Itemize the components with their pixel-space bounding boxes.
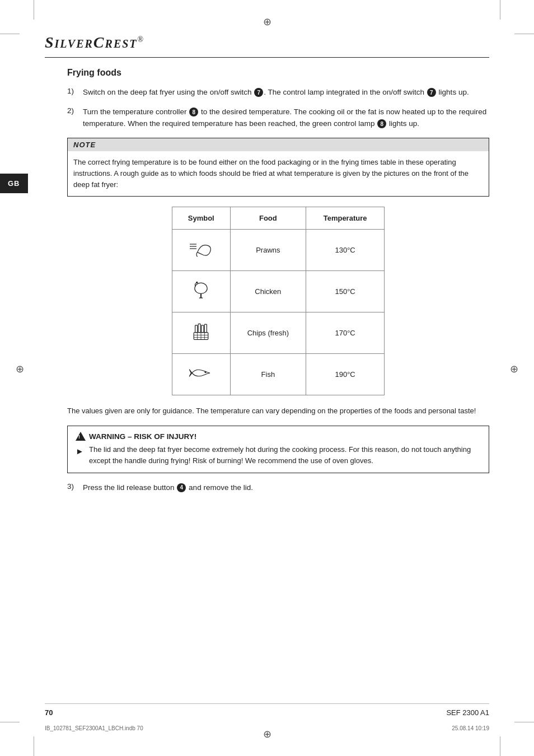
icon-7a: 7 (254, 88, 263, 97)
temp-chips: 170°C (306, 312, 385, 354)
section-heading: Frying foods (67, 68, 489, 78)
print-info-right: 25.08.14 10:19 (452, 725, 489, 731)
step-2: 2) Turn the temperature controller 8 to … (67, 106, 489, 130)
logo-section: SilverCrest® (45, 34, 489, 58)
print-info: IB_102781_SEF2300A1_LBCH.indb 70 25.08.1… (45, 725, 489, 731)
icon-4: 4 (177, 483, 186, 492)
svg-rect-14 (202, 325, 204, 333)
col-symbol: Symbol (172, 207, 231, 230)
icon-8a: 8 (189, 108, 198, 116)
reg-mark-top: ⊕ (263, 16, 271, 28)
footer: 70 SEF 2300 A1 (45, 703, 489, 717)
icon-8b: 8 (377, 119, 386, 128)
warning-header: WARNING – RISK OF INJURY! (76, 432, 481, 441)
step-2-number: 2) (67, 106, 83, 115)
temp-fish: 190°C (306, 354, 385, 395)
print-info-left: IB_102781_SEF2300A1_LBCH.indb 70 (45, 725, 143, 731)
food-prawns: Prawns (230, 230, 306, 271)
warning-item: ► The lid and the deep fat fryer become … (76, 444, 481, 466)
note-body: The correct frying temperature is to be … (68, 151, 489, 196)
symbol-fish (172, 354, 231, 395)
table-row: Chicken 150°C (172, 271, 385, 312)
warning-arrow-icon: ► (76, 445, 85, 458)
col-food: Food (230, 207, 306, 230)
food-fish: Fish (230, 354, 306, 395)
warning-title: WARNING – RISK OF INJURY! (89, 432, 196, 441)
symbol-chicken (172, 271, 231, 312)
col-temp: Temperature (306, 207, 385, 230)
svg-rect-15 (205, 324, 207, 332)
icon-7b: 7 (427, 88, 436, 97)
step-1: 1) Switch on the deep fat fryer using th… (67, 87, 489, 99)
logo: SilverCrest® (45, 34, 144, 51)
svg-point-3 (195, 283, 207, 293)
table-row: Prawns 130°C (172, 230, 385, 271)
note-header: NOTE (68, 138, 489, 151)
symbol-prawns (172, 230, 231, 271)
svg-point-5 (196, 282, 198, 283)
step-2-text: Turn the temperature controller 8 to the… (83, 106, 489, 130)
table-row: Fish 190°C (172, 354, 385, 395)
step-3-number: 3) (67, 482, 83, 491)
symbol-chips (172, 312, 231, 354)
svg-rect-12 (195, 325, 198, 333)
reg-mark-left: ⊕ (16, 363, 24, 375)
svg-point-16 (205, 371, 207, 373)
svg-rect-13 (198, 324, 200, 333)
food-chips: Chips (fresh) (230, 312, 306, 354)
note-box: NOTE The correct frying temperature is t… (67, 138, 489, 197)
guidance-text: The values given are only for guidance. … (67, 405, 489, 417)
step-1-text: Switch on the deep fat fryer using the o… (83, 87, 489, 99)
table-row: Chips (fresh) 170°C (172, 312, 385, 354)
step-1-number: 1) (67, 87, 83, 95)
main-content: Frying foods 1) Switch on the deep fat f… (45, 68, 489, 494)
warning-text: The lid and the deep fat fryer become ex… (89, 444, 481, 466)
gb-badge: GB (0, 174, 28, 193)
step-3-text: Press the lid release button 4 and remov… (83, 482, 489, 494)
temp-chicken: 150°C (306, 271, 385, 312)
warning-box: WARNING – RISK OF INJURY! ► The lid and … (67, 426, 489, 473)
reg-mark-right: ⊕ (510, 363, 518, 375)
food-chicken: Chicken (230, 271, 306, 312)
temp-prawns: 130°C (306, 230, 385, 271)
food-table: Symbol Food Temperature (172, 207, 385, 395)
footer-model: SEF 2300 A1 (446, 708, 489, 717)
warning-triangle-icon (76, 432, 86, 441)
footer-page-number: 70 (45, 708, 53, 717)
step-3: 3) Press the lid release button 4 and re… (67, 482, 489, 494)
